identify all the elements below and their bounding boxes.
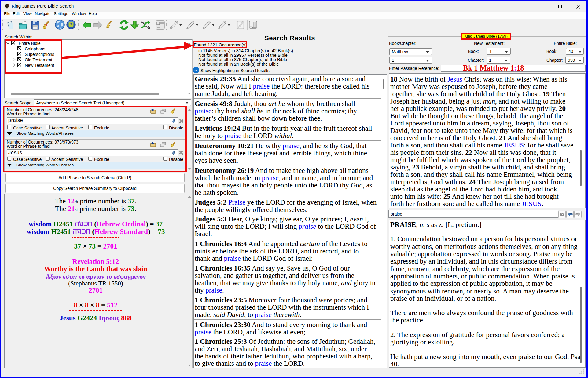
svg-text:?: ? bbox=[70, 22, 72, 27]
